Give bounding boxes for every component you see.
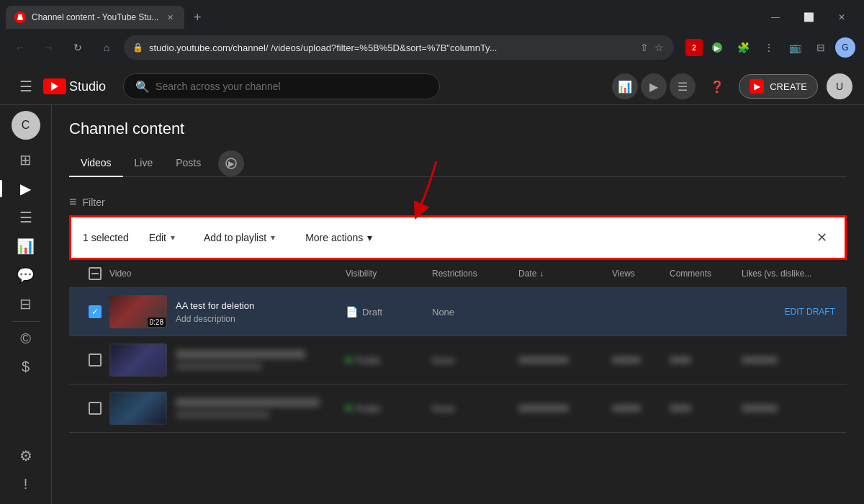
page-title: Channel content — [69, 120, 847, 138]
settings-icon: ⚙ — [19, 447, 32, 464]
selected-count: 1 selected — [83, 232, 129, 243]
extension-icon-2[interactable]: ▶ — [706, 36, 729, 59]
restrictions-2: None — [432, 354, 518, 366]
sidebar-item-earn[interactable]: $ — [0, 353, 51, 381]
search-bar[interactable]: 🔍 — [123, 73, 440, 99]
date-3 — [518, 405, 612, 412]
content-tabs: Videos Live Posts ▶ — [69, 150, 847, 177]
header-video: Video — [109, 269, 346, 279]
draft-icon: 📄 — [346, 306, 358, 318]
sidebar-item-playlists[interactable]: ☰ — [0, 203, 51, 232]
create-button[interactable]: ▶ CREATE — [739, 74, 818, 99]
create-label: CREATE — [770, 81, 807, 92]
comments-icon: 💬 — [17, 266, 35, 284]
sidebar-item-comments[interactable]: 💬 — [0, 261, 51, 289]
studio-topbar: ☰ Studio 🔍 📊 ▶ ☰ ❓ ▶ CREATE U — [0, 68, 864, 105]
browser-profile[interactable]: G — [835, 37, 855, 58]
more-actions-button[interactable]: More actions ▾ — [295, 226, 382, 249]
search-icon: 🔍 — [135, 80, 150, 94]
add-playlist-button[interactable]: Add to playlist ▾ — [195, 228, 284, 248]
table-row: Public None — [69, 384, 847, 433]
create-icon: ▶ — [750, 79, 764, 94]
tab-more-button[interactable]: ▶ — [218, 150, 244, 176]
edit-draft-button[interactable]: EDIT DRAFT — [785, 307, 835, 317]
header-date: Date ↓ — [518, 269, 612, 279]
sidebar-channel-avatar[interactable]: C — [12, 111, 40, 140]
date-2 — [518, 356, 612, 364]
tab-live[interactable]: Live — [123, 150, 165, 177]
likes-1: EDIT DRAFT — [742, 307, 835, 317]
row-checkbox-3[interactable] — [89, 402, 102, 415]
row-checkbox-2[interactable] — [89, 354, 102, 366]
feedback-icon: ! — [24, 476, 28, 492]
sidebar-item-feedback[interactable]: ! — [19, 470, 32, 498]
back-button[interactable]: ← — [9, 36, 32, 59]
video-thumbnail-3 — [109, 392, 167, 425]
help-button[interactable]: ❓ — [704, 73, 730, 99]
visibility-text-1: Draft — [362, 307, 382, 318]
youtube-studio-logo[interactable]: Studio — [43, 78, 106, 94]
views-3 — [612, 405, 670, 412]
browser-menu-button[interactable]: ⋮ — [757, 36, 780, 59]
search-input[interactable] — [156, 81, 428, 92]
tab-close-button[interactable]: ✕ — [164, 12, 176, 23]
selection-bar: 1 selected Edit ▾ Add to playlist ▾ More… — [69, 215, 847, 260]
maximize-button[interactable]: ⬜ — [792, 6, 825, 29]
tab-title: Channel content - YouTube Stu... — [32, 12, 158, 22]
edit-chevron-icon: ▾ — [171, 233, 175, 243]
sort-arrow-icon[interactable]: ↓ — [539, 269, 544, 279]
studio-text: Studio — [69, 79, 106, 94]
sidebar-item-content[interactable]: ▶ — [0, 174, 51, 203]
row-checkbox-1[interactable]: ✓ — [89, 305, 102, 318]
forward-button[interactable]: → — [37, 36, 60, 59]
sidebar-item-analytics[interactable]: 📊 — [0, 232, 51, 261]
video-duration-1: 0:28 — [148, 318, 166, 327]
earn-icon: $ — [22, 359, 30, 375]
add-playlist-label: Add to playlist — [204, 232, 266, 243]
analytics-icon-button[interactable]: 📊 — [612, 73, 638, 99]
video-settings-button[interactable]: ▶ — [641, 73, 667, 99]
address-bar[interactable]: 🔒 studio.youtube.com/channel/ /videos/up… — [124, 35, 674, 60]
edit-label: Edit — [149, 232, 166, 243]
tab-posts[interactable]: Posts — [164, 150, 212, 177]
header-comments: Comments — [670, 269, 742, 279]
content-icon: ▶ — [20, 180, 31, 197]
home-button[interactable]: ⌂ — [95, 36, 118, 59]
cast-button[interactable]: 📺 — [783, 36, 806, 59]
analytics-icon: 📊 — [17, 238, 35, 255]
hamburger-menu-button[interactable]: ☰ — [12, 72, 40, 101]
tab-favicon — [14, 12, 26, 23]
share-url-button[interactable]: ⇧ — [639, 40, 650, 55]
topbar-menu-button[interactable]: ☰ — [670, 73, 696, 99]
more-actions-chevron-icon: ▾ — [367, 232, 372, 243]
restrictions-text-1: None — [432, 307, 454, 318]
extension-icon-red[interactable]: 2 — [685, 39, 703, 56]
split-screen-button[interactable]: ⊟ — [809, 36, 832, 59]
lock-icon: 🔒 — [132, 42, 143, 53]
filter-icon[interactable]: ≡ — [69, 194, 77, 210]
browser-tab[interactable]: Channel content - YouTube Stu... ✕ — [6, 6, 184, 29]
video-title-1: AA test for deletion — [176, 300, 346, 311]
new-tab-button[interactable]: + — [187, 7, 207, 27]
video-description-1: Add description — [176, 314, 346, 324]
video-details-3 — [176, 398, 346, 418]
header-visibility: Visibility — [346, 269, 432, 279]
copyright-icon: © — [20, 330, 31, 347]
sidebar-item-dashboard[interactable]: ⊞ — [0, 145, 51, 174]
select-all-checkbox[interactable] — [89, 267, 102, 280]
restrictions-3: None — [432, 402, 518, 415]
sidebar-item-copyright[interactable]: © — [0, 325, 51, 353]
bookmark-button[interactable]: ☆ — [653, 40, 665, 55]
extensions-button[interactable]: 🧩 — [732, 36, 755, 59]
tab-videos[interactable]: Videos — [69, 150, 123, 177]
reload-button[interactable]: ↻ — [66, 36, 89, 59]
user-avatar[interactable]: U — [827, 73, 852, 99]
minimize-button[interactable]: — — [759, 6, 792, 29]
selection-bar-wrapper: 1 selected Edit ▾ Add to playlist ▾ More… — [69, 215, 847, 260]
video-thumbnail-2 — [109, 343, 167, 377]
edit-button[interactable]: Edit ▾ — [140, 228, 184, 248]
sidebar-item-settings[interactable]: ⚙ — [19, 441, 32, 470]
selection-close-button[interactable]: ✕ — [810, 226, 833, 249]
sidebar-item-subtitles[interactable]: ⊟ — [0, 289, 51, 318]
close-window-button[interactable]: ✕ — [825, 6, 858, 29]
